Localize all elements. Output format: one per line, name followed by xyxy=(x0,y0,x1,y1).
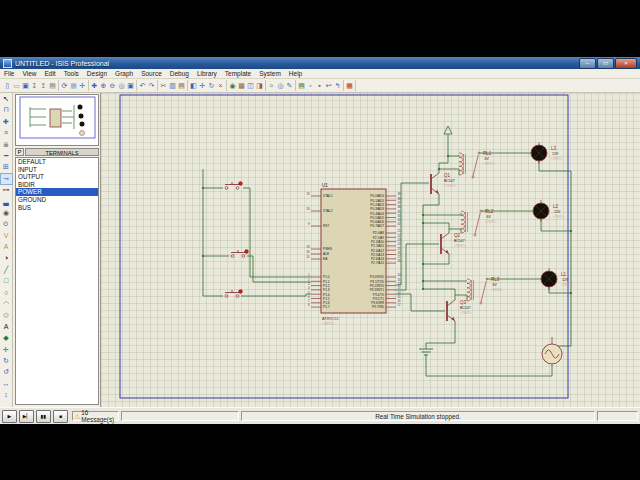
block-rotate-icon[interactable]: ↻ xyxy=(207,80,216,91)
rotate-ccw-icon[interactable]: ↺ xyxy=(1,367,12,377)
play-button[interactable]: ▶ xyxy=(2,410,17,423)
redo-icon[interactable]: ↷ xyxy=(147,80,156,91)
button-actuator[interactable] xyxy=(239,290,243,294)
current-probe-mode-icon[interactable]: A xyxy=(1,242,12,252)
ac-source[interactable] xyxy=(542,337,562,364)
terminal-item-power[interactable]: POWER xyxy=(16,188,98,196)
2d-marker-mode-icon[interactable]: ✛ xyxy=(1,345,12,355)
pick-device-icon[interactable]: ◉ xyxy=(228,80,237,91)
graph-mode-icon[interactable]: ▃ xyxy=(1,197,12,207)
terminal-item-bidir[interactable]: BIDIR xyxy=(16,181,98,189)
terminal-item-bus[interactable]: BUS xyxy=(16,204,98,212)
lamp-L2[interactable]: L212V<TEXT> xyxy=(533,200,565,222)
tape-recorder-mode-icon[interactable]: ◉ xyxy=(1,208,12,218)
bus-mode-icon[interactable]: ━ xyxy=(1,151,12,161)
relay-RL3[interactable]: RL36V<TEXT> xyxy=(467,277,503,304)
design-explorer-icon[interactable]: ▤ xyxy=(297,80,306,91)
exit-to-parent-icon[interactable]: ↰ xyxy=(333,80,342,91)
2d-box-mode-icon[interactable]: □ xyxy=(1,276,12,286)
2d-text-mode-icon[interactable]: A xyxy=(1,322,12,332)
import-section-icon[interactable]: ↧ xyxy=(30,80,39,91)
transistor-Q1[interactable]: Q1BC547<TEXT> xyxy=(431,173,456,194)
zoom-area-icon[interactable]: ▣ xyxy=(126,80,135,91)
component-mode-icon[interactable]: ⊓ xyxy=(1,105,12,115)
pan-icon[interactable]: ✚ xyxy=(90,80,99,91)
mirror-horizontal-icon[interactable]: ↔ xyxy=(1,379,12,389)
save-file-icon[interactable]: ▣ xyxy=(21,80,30,91)
power-terminal[interactable] xyxy=(444,126,452,134)
wire-label-mode-icon[interactable]: ≡ xyxy=(1,128,12,138)
transistor-Q2[interactable]: Q2BC547<TEXT> xyxy=(441,233,466,254)
new-sheet-icon[interactable]: ▫ xyxy=(306,80,315,91)
false-origin-icon[interactable]: ✛ xyxy=(78,80,87,91)
menu-file[interactable]: File xyxy=(0,69,18,78)
2d-path-mode-icon[interactable]: ◇ xyxy=(1,310,12,320)
2d-line-mode-icon[interactable]: ╱ xyxy=(1,265,12,275)
packaging-tool-icon[interactable]: ◫ xyxy=(246,80,255,91)
terminal-item-input[interactable]: INPUT xyxy=(16,166,98,174)
generator-mode-icon[interactable]: ⊙ xyxy=(1,219,12,229)
push-button-2[interactable] xyxy=(231,250,248,258)
toggle-grid-icon[interactable]: ▦ xyxy=(69,80,78,91)
property-assignment-icon[interactable]: ✎ xyxy=(285,80,294,91)
button-actuator[interactable] xyxy=(245,250,249,254)
button-actuator[interactable] xyxy=(239,182,243,186)
make-device-icon[interactable]: ▩ xyxy=(237,80,246,91)
close-button[interactable]: × xyxy=(615,58,637,69)
menu-library[interactable]: Library xyxy=(193,69,221,78)
copy-icon[interactable]: ▥ xyxy=(168,80,177,91)
maximize-button[interactable]: ▭ xyxy=(597,58,614,69)
push-button-1[interactable] xyxy=(225,182,242,190)
relay-RL2[interactable]: RL26V<TEXT> xyxy=(461,209,497,236)
pick-parts-button[interactable]: P xyxy=(15,148,24,156)
lamp-L3[interactable]: L312V<TEXT> xyxy=(531,142,563,164)
minimize-button[interactable]: – xyxy=(579,58,596,69)
wires[interactable] xyxy=(203,134,571,376)
step-button[interactable]: ▶▏ xyxy=(19,410,34,423)
terminal-item-default[interactable]: DEFAULT xyxy=(16,158,98,166)
remove-sheet-icon[interactable]: ▪ xyxy=(315,80,324,91)
open-file-icon[interactable]: ▭ xyxy=(12,80,21,91)
menu-template[interactable]: Template xyxy=(221,69,255,78)
menu-edit[interactable]: Edit xyxy=(40,69,59,78)
text-script-mode-icon[interactable]: ≣ xyxy=(1,140,12,150)
menu-source[interactable]: Source xyxy=(137,69,166,78)
goto-sheet-icon[interactable]: ↩ xyxy=(324,80,333,91)
terminal-item-ground[interactable]: GROUND xyxy=(16,196,98,204)
menu-graph[interactable]: Graph xyxy=(111,69,137,78)
undo-icon[interactable]: ↶ xyxy=(138,80,147,91)
junction-dot-mode-icon[interactable]: ✚ xyxy=(1,117,12,127)
block-delete-icon[interactable]: × xyxy=(216,80,225,91)
terminal-item-output[interactable]: OUTPUT xyxy=(16,173,98,181)
block-copy-icon[interactable]: ◧ xyxy=(189,80,198,91)
selection-mode-icon[interactable]: ↖ xyxy=(1,94,12,104)
menu-tools[interactable]: Tools xyxy=(60,69,83,78)
stop-button[interactable]: ■ xyxy=(53,410,68,423)
title-bar[interactable]: UNTITLED - ISIS Professional –▭× xyxy=(0,57,640,69)
2d-circle-mode-icon[interactable]: ○ xyxy=(1,288,12,298)
overview-thumbnail[interactable] xyxy=(15,94,99,146)
zoom-all-icon[interactable]: ◎ xyxy=(117,80,126,91)
menu-system[interactable]: System xyxy=(255,69,285,78)
zoom-in-icon[interactable]: ⊕ xyxy=(99,80,108,91)
paste-icon[interactable]: ▤ xyxy=(177,80,186,91)
block-move-icon[interactable]: ✛ xyxy=(198,80,207,91)
zoom-out-icon[interactable]: ⊖ xyxy=(108,80,117,91)
subcircuit-mode-icon[interactable]: ⊞ xyxy=(1,162,12,172)
menu-design[interactable]: Design xyxy=(83,69,111,78)
push-button-3[interactable] xyxy=(225,290,242,298)
2d-arc-mode-icon[interactable]: ◠ xyxy=(1,299,12,309)
mirror-vertical-icon[interactable]: ↕ xyxy=(1,390,12,400)
new-file-icon[interactable]: ▯ xyxy=(3,80,12,91)
menu-debug[interactable]: Debug xyxy=(166,69,193,78)
cut-icon[interactable]: ✂ xyxy=(159,80,168,91)
rotate-cw-icon[interactable]: ↻ xyxy=(1,356,12,366)
decompose-icon[interactable]: ◨ xyxy=(255,80,264,91)
relay-RL1[interactable]: RL16V<TEXT> xyxy=(459,151,495,178)
export-section-icon[interactable]: ↥ xyxy=(39,80,48,91)
message-counter[interactable]: ⚠ 16 Message(s) xyxy=(72,411,119,421)
wire-autorouter-icon[interactable]: ≈ xyxy=(267,80,276,91)
menu-view[interactable]: View xyxy=(18,69,40,78)
redraw-icon[interactable]: ⟳ xyxy=(60,80,69,91)
schematic-canvas[interactable]: U1 AT89C51 <TEXT> XTAL119XTAL218RST9PSEN… xyxy=(100,93,640,407)
